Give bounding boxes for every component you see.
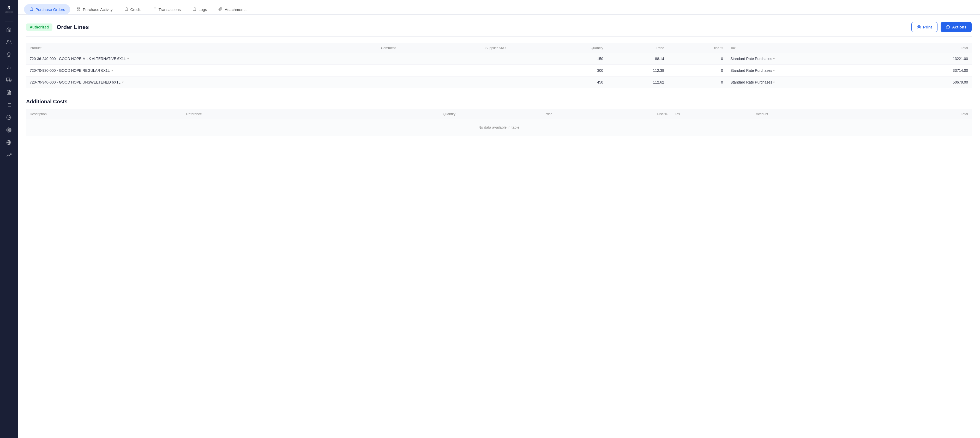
comment-cell[interactable] [377,76,450,88]
settings-icon[interactable] [4,125,14,135]
tab-transactions-label: Transactions [159,7,181,12]
header-left: Authorized Order Lines [26,24,89,31]
additional-costs-section: Additional Costs Description Reference Q… [26,99,972,136]
col-disc-pct: Disc % [668,43,727,53]
header-right: Print Actions [912,22,972,32]
product-cell: 720-70-940-000 - GOOD HOPE UNSWEETENED 6… [26,76,377,88]
award-icon[interactable] [4,49,14,60]
product-expand-icon[interactable]: ▾ [122,80,124,84]
svg-point-11 [10,81,11,82]
order-lines-table: Product Comment Supplier SKU Quantity Pr… [26,43,972,88]
col-tax: Tax [727,43,897,53]
tab-credit[interactable]: Credit [119,4,146,14]
sidebar: 3 MESHED360 [0,0,18,438]
header-row: Authorized Order Lines Print Actions [26,22,972,37]
tab-credit-label: Credit [130,7,141,12]
tab-logs[interactable]: Logs [187,4,212,14]
table-row: 720-36-240-000 - GOOD HOPE MILK ALTERNAT… [26,53,972,65]
tax-cell: Standard Rate Purchases ▾ [727,53,897,65]
product-expand-icon[interactable]: ▾ [127,57,129,61]
svg-point-20 [8,129,10,131]
actions-button[interactable]: Actions [940,22,972,32]
tab-purchase-activity-label: Purchase Activity [83,7,113,12]
credit-icon [124,7,128,12]
total-cell: 13221.00 [897,53,972,65]
price-cell: 88.14 [607,53,668,65]
app-logo[interactable]: 3 MESHED360 [3,4,14,16]
table-header-row: Product Comment Supplier SKU Quantity Pr… [26,43,972,53]
globe-icon[interactable] [4,137,14,148]
page-content: Authorized Order Lines Print Actions P [18,14,980,438]
tax-dropdown-icon[interactable]: ▾ [773,80,775,84]
comment-cell[interactable] [377,53,450,65]
tab-attachments[interactable]: Attachments [213,4,251,14]
price-cell: 112.62 [607,76,668,88]
page-title: Order Lines [57,24,89,30]
sidebar-divider [5,21,13,21]
actions-icon [946,25,950,29]
svg-rect-23 [77,7,78,9]
tabs-bar: Purchase Orders Purchase Activity Credit… [18,0,980,14]
order-lines-table-section: Product Comment Supplier SKU Quantity Pr… [26,43,972,88]
disc-pct-cell: 0 [668,76,727,88]
tab-transactions[interactable]: Transactions [147,4,186,14]
additional-costs-title: Additional Costs [26,99,972,105]
purchase-orders-icon [29,7,33,12]
svg-rect-25 [79,9,80,10]
col-description: Description [26,109,183,119]
tax-dropdown-icon[interactable]: ▾ [773,57,775,61]
truck-icon[interactable] [4,75,14,85]
disc-pct-cell: 0 [668,65,727,76]
analytics-icon[interactable] [4,112,14,123]
col-ac-total: Total [878,109,972,119]
tab-logs-label: Logs [199,7,207,12]
trending-icon[interactable] [4,150,14,160]
col-total: Total [897,43,972,53]
purchase-activity-icon [76,7,81,12]
col-comment: Comment [377,43,450,53]
print-button[interactable]: Print [912,22,937,32]
report-icon[interactable] [4,87,14,98]
quantity-cell: 150 [541,53,607,65]
svg-point-3 [7,40,9,42]
quantity-cell: 300 [541,65,607,76]
col-supplier-sku: Supplier SKU [450,43,541,53]
tax-dropdown-icon[interactable]: ▾ [773,68,775,72]
svg-marker-9 [10,79,11,81]
svg-point-4 [8,53,10,55]
col-reference: Reference [183,109,331,119]
col-quantity: Quantity [541,43,607,53]
product-cell: 720-36-240-000 - GOOD HOPE MILK ALTERNAT… [26,53,377,65]
authorized-badge: Authorized [26,24,52,31]
additional-costs-header-row: Description Reference Quantity Price Dis… [26,109,972,119]
svg-rect-8 [6,78,10,81]
svg-rect-26 [77,9,78,10]
additional-costs-table: Description Reference Quantity Price Dis… [26,109,972,136]
price-cell: 112.38 [607,65,668,76]
tab-purchase-activity[interactable]: Purchase Activity [71,4,118,14]
list-icon[interactable] [4,100,14,110]
table-row: 720-70-940-000 - GOOD HOPE UNSWEETENED 6… [26,76,972,88]
home-icon[interactable] [4,24,14,35]
users-icon[interactable] [4,37,14,48]
tab-attachments-label: Attachments [224,7,246,12]
col-ac-tax: Tax [671,109,752,119]
col-price: Price [607,43,668,53]
supplier-sku-cell [450,53,541,65]
product-expand-icon[interactable]: ▾ [111,68,113,72]
supplier-sku-cell [450,76,541,88]
tab-purchase-orders[interactable]: Purchase Orders [24,4,70,14]
col-product: Product [26,43,377,53]
logs-icon [192,7,196,12]
table-row: 720-70-930-000 - GOOD HOPE REGULAR 6X1L … [26,65,972,76]
transactions-icon [152,7,156,12]
supplier-sku-cell [450,65,541,76]
total-cell: 50679.00 [897,76,972,88]
tax-cell: Standard Rate Purchases ▾ [727,76,897,88]
col-ac-account: Account [752,109,878,119]
bar-chart-icon[interactable] [4,62,14,73]
tax-cell: Standard Rate Purchases ▾ [727,65,897,76]
no-data-row: No data available in table [26,119,972,136]
quantity-cell: 450 [541,76,607,88]
comment-cell[interactable] [377,65,450,76]
